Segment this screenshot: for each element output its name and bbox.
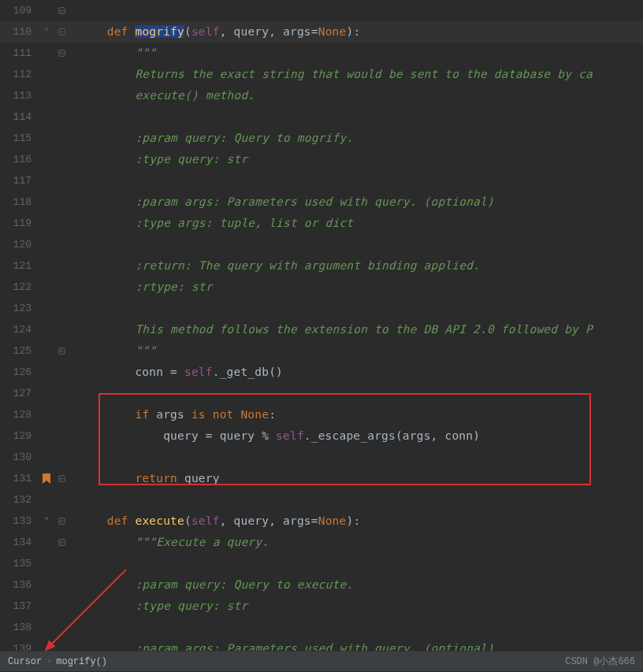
- line-number[interactable]: 114: [0, 112, 39, 122]
- code-line[interactable]: 116 :type query: str: [0, 149, 643, 170]
- code-line[interactable]: 135: [0, 553, 643, 574]
- line-number[interactable]: 131: [0, 473, 39, 484]
- code-area[interactable]: 109−110*− def mogrify(self, query, args=…: [0, 0, 643, 651]
- code-text[interactable]: return query: [69, 473, 643, 485]
- code-text[interactable]: :type args: tuple, list or dict: [69, 217, 643, 229]
- line-number[interactable]: 117: [0, 176, 39, 186]
- code-text[interactable]: :type query: str: [69, 600, 643, 612]
- code-line[interactable]: 123: [0, 298, 643, 319]
- fold-gutter[interactable]: −: [54, 28, 69, 35]
- line-number[interactable]: 111: [0, 48, 39, 58]
- code-text[interactable]: query = query % self._escape_args(args, …: [69, 430, 643, 442]
- code-line[interactable]: 118 :param args: Parameters used with qu…: [0, 191, 643, 213]
- line-number[interactable]: 132: [0, 495, 39, 505]
- code-line[interactable]: 111− """: [0, 43, 643, 64]
- code-line[interactable]: 115 :param query: Query to mogrify.: [0, 128, 643, 149]
- code-line[interactable]: 134− """Execute a query.: [0, 532, 643, 553]
- code-line[interactable]: 125− """: [0, 340, 643, 362]
- code-text[interactable]: execute() method.: [69, 90, 643, 102]
- line-number[interactable]: 123: [0, 303, 39, 314]
- fold-gutter[interactable]: −: [54, 50, 69, 57]
- code-text[interactable]: :param query: Query to mogrify.: [69, 132, 643, 144]
- line-number[interactable]: 109: [0, 6, 39, 16]
- code-line[interactable]: 121 :return: The query with argument bin…: [0, 255, 643, 277]
- fold-close-icon[interactable]: −: [58, 475, 65, 482]
- code-text[interactable]: :param args: Parameters used with query.…: [69, 643, 643, 651]
- line-number[interactable]: 133: [0, 516, 39, 526]
- line-number[interactable]: 138: [0, 622, 39, 633]
- code-line[interactable]: 113 execute() method.: [0, 85, 643, 106]
- code-text[interactable]: """Execute a query.: [69, 536, 643, 548]
- code-line[interactable]: 110*− def mogrify(self, query, args=None…: [0, 21, 643, 43]
- code-text[interactable]: def execute(self, query, args=None):: [69, 515, 643, 527]
- code-text[interactable]: if args is not None:: [69, 409, 643, 421]
- fold-gutter[interactable]: −: [54, 347, 69, 355]
- code-line[interactable]: 124 This method follows the extension to…: [0, 319, 643, 340]
- code-line[interactable]: 131− return query: [0, 468, 643, 489]
- fold-close-icon[interactable]: −: [58, 347, 65, 355]
- fold-close-icon[interactable]: −: [58, 7, 65, 14]
- line-number[interactable]: 116: [0, 154, 39, 165]
- code-line[interactable]: 112 Returns the exact string that would …: [0, 64, 643, 85]
- line-number[interactable]: 112: [0, 69, 39, 80]
- code-line[interactable]: 129 query = query % self._escape_args(ar…: [0, 425, 643, 447]
- breadcrumb-class[interactable]: Cursor: [8, 657, 42, 666]
- code-line[interactable]: 122 :rtype: str: [0, 277, 643, 298]
- code-line[interactable]: 128 if args is not None:: [0, 404, 643, 425]
- code-line[interactable]: 127: [0, 383, 643, 404]
- line-number[interactable]: 127: [0, 388, 39, 399]
- line-number[interactable]: 115: [0, 133, 39, 143]
- code-line[interactable]: 120: [0, 234, 643, 255]
- line-number[interactable]: 118: [0, 197, 39, 207]
- line-number[interactable]: 139: [0, 644, 39, 651]
- code-text[interactable]: :param args: Parameters used with query.…: [69, 196, 643, 208]
- line-number[interactable]: 137: [0, 601, 39, 611]
- code-editor[interactable]: 109−110*− def mogrify(self, query, args=…: [0, 0, 643, 651]
- fold-open-icon[interactable]: −: [58, 50, 65, 57]
- line-number[interactable]: 122: [0, 282, 39, 292]
- code-text[interactable]: :param query: Query to execute.: [69, 579, 643, 591]
- line-number[interactable]: 125: [0, 346, 39, 356]
- code-text[interactable]: """: [69, 47, 643, 59]
- breadcrumb-method[interactable]: mogrify(): [56, 657, 107, 666]
- code-line[interactable]: 132: [0, 489, 643, 510]
- fold-gutter[interactable]: −: [54, 475, 69, 482]
- code-line[interactable]: 130: [0, 447, 643, 468]
- code-text[interactable]: This method follows the extension to the…: [69, 324, 643, 336]
- line-number[interactable]: 134: [0, 537, 39, 548]
- code-line[interactable]: 133*− def execute(self, query, args=None…: [0, 510, 643, 532]
- line-number[interactable]: 120: [0, 239, 39, 250]
- line-number[interactable]: 119: [0, 218, 39, 228]
- code-text[interactable]: :type query: str: [69, 154, 643, 165]
- fold-open-icon[interactable]: −: [58, 539, 65, 546]
- line-number[interactable]: 126: [0, 367, 39, 377]
- code-line[interactable]: 138: [0, 617, 643, 638]
- breadcrumb[interactable]: Cursor › mogrify(): [8, 657, 107, 666]
- code-text[interactable]: def mogrify(self, query, args=None):: [69, 26, 643, 38]
- code-line[interactable]: 139 :param args: Parameters used with qu…: [0, 638, 643, 651]
- fold-gutter[interactable]: −: [54, 539, 69, 546]
- line-number[interactable]: 130: [0, 452, 39, 462]
- code-line[interactable]: 119 :type args: tuple, list or dict: [0, 213, 643, 234]
- code-line[interactable]: 136 :param query: Query to execute.: [0, 574, 643, 596]
- line-number[interactable]: 121: [0, 261, 39, 271]
- code-line[interactable]: 114: [0, 106, 643, 128]
- line-number[interactable]: 124: [0, 325, 39, 335]
- line-number[interactable]: 128: [0, 410, 39, 420]
- code-text[interactable]: :return: The query with argument binding…: [69, 260, 643, 272]
- line-number[interactable]: 110: [0, 27, 39, 37]
- line-number[interactable]: 135: [0, 559, 39, 569]
- fold-gutter[interactable]: −: [54, 518, 69, 525]
- code-line[interactable]: 126 conn = self._get_db(): [0, 362, 643, 383]
- line-number[interactable]: 129: [0, 431, 39, 441]
- code-line[interactable]: 117: [0, 170, 643, 191]
- code-line[interactable]: 109−: [0, 0, 643, 21]
- code-text[interactable]: """: [69, 345, 643, 357]
- fold-gutter[interactable]: −: [54, 7, 69, 14]
- code-text[interactable]: conn = self._get_db(): [69, 366, 643, 378]
- fold-open-icon[interactable]: −: [58, 518, 65, 525]
- fold-open-icon[interactable]: −: [58, 28, 65, 35]
- code-text[interactable]: Returns the exact string that would be s…: [69, 69, 643, 80]
- line-number[interactable]: 113: [0, 91, 39, 101]
- line-number[interactable]: 136: [0, 580, 39, 590]
